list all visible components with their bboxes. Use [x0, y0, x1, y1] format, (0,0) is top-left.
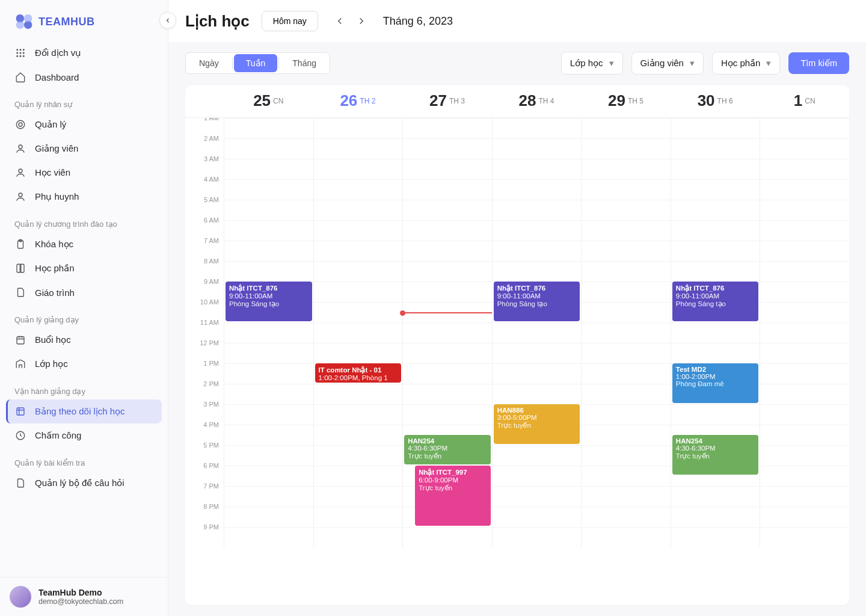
day-column[interactable]: IT comtor Nhật - 011:00-2:00PM, Phòng 1 [313, 118, 403, 547]
time-label: 9 AM [185, 278, 224, 298]
filter-class[interactable]: Lớp học▾ [561, 52, 623, 75]
prev-button[interactable] [330, 11, 349, 31]
event-title: Nhật ITCT_876 [497, 284, 577, 292]
calendar-event[interactable]: Nhật ITCT_8769:00-11:00AMPhòng Sáng tạo [672, 282, 759, 321]
sidebar-item[interactable]: Phụ huynh [6, 185, 162, 209]
event-time: 6:00-9:00PM [419, 476, 487, 484]
toolbar: Ngày Tuần Tháng Lớp học▾ Giảng viên▾ Học… [168, 42, 866, 75]
sidebar-item[interactable]: Đổi dịch vụ [6, 41, 162, 65]
target-icon [14, 119, 26, 131]
chevron-left-icon [164, 17, 171, 24]
topbar: Lịch học Hôm nay Tháng 6, 2023 [168, 0, 866, 42]
sidebar-item[interactable]: Lớp học [6, 352, 162, 376]
class-icon [14, 358, 26, 370]
sidebar-item[interactable]: Giảng viên [6, 137, 162, 161]
event-room: Phòng Sáng tạo [497, 300, 577, 308]
svg-point-10 [19, 123, 22, 126]
time-label: 2 PM [185, 380, 224, 401]
day-header[interactable]: 26TH 2 [313, 85, 403, 117]
day-label: CN [273, 97, 283, 105]
sidebar-item[interactable]: Dashboard [6, 65, 162, 89]
user-icon [14, 167, 26, 179]
filter-teacher[interactable]: Giảng viên▾ [631, 52, 704, 75]
svg-point-13 [19, 193, 22, 197]
day-header[interactable]: 29TH 5 [581, 85, 671, 117]
day-column[interactable]: HAN2544:30-6:30PMTrực tuyếnNhật ITCT_997… [402, 118, 492, 547]
view-month[interactable]: Tháng [279, 53, 330, 73]
sidebar-item-label: Giảng viên [35, 143, 78, 154]
view-day[interactable]: Ngày [186, 53, 232, 73]
calendar-event[interactable]: HAN2544:30-6:30PMTrực tuyến [404, 435, 491, 464]
day-column[interactable]: Nhật ITCT_8769:00-11:00AMPhòng Sáng tạoH… [492, 118, 582, 547]
calendar-event[interactable]: Nhật ITCT_8769:00-11:00AMPhòng Sáng tạo [494, 282, 580, 321]
sidebar-item-label: Buổi học [35, 334, 71, 345]
sidebar-item-label: Quản lý [35, 119, 66, 130]
sidebar-item[interactable]: Giáo trình [6, 280, 162, 304]
time-label: 5 PM [185, 442, 224, 462]
time-label: 2 AM [185, 135, 224, 155]
svg-point-0 [16, 49, 18, 51]
sidebar-item[interactable]: Quản lý bộ đề câu hỏi [6, 471, 162, 495]
day-header[interactable]: 30TH 6 [671, 85, 760, 117]
brand-logo[interactable]: TEAMHUB [0, 0, 168, 38]
sidebar-collapse-button[interactable] [159, 12, 176, 29]
calendar-event[interactable]: Nhật ITCT_8769:00-11:00AMPhòng Sáng tạo [226, 282, 312, 321]
view-week[interactable]: Tuần [234, 54, 278, 72]
sidebar-item[interactable]: Học phần [6, 256, 162, 280]
time-label: 11 AM [185, 319, 224, 339]
page-title: Lịch học [185, 12, 250, 31]
filter-course[interactable]: Học phần▾ [712, 52, 781, 75]
day-column[interactable]: Nhật ITCT_8769:00-11:00AMPhòng Sáng tạo [224, 118, 313, 547]
svg-point-8 [23, 55, 25, 57]
sidebar-item-label: Bảng theo dõi lịch học [35, 406, 125, 417]
sidebar-item-label: Học viên [35, 167, 70, 178]
calendar-event[interactable]: Test MD21:00-2:00PMPhòng Đam mê [672, 363, 759, 403]
sidebar-item[interactable]: Quản lý [6, 112, 162, 137]
event-room: Phòng Đam mê [676, 380, 755, 387]
calendar-event[interactable]: HAN8863:00-5:00PMTrực tuyến [494, 404, 580, 444]
sidebar-item[interactable]: Khóa học [6, 232, 162, 256]
svg-rect-17 [17, 408, 24, 415]
day-column[interactable] [760, 118, 849, 547]
sidebar-item[interactable]: Học viên [6, 161, 162, 185]
time-label: 7 PM [185, 482, 224, 503]
day-header[interactable]: 25CN [224, 85, 313, 117]
calendar-body[interactable]: 1 AM2 AM3 AM4 AM5 AM6 AM7 AM8 AM9 AM10 A… [185, 118, 849, 605]
svg-point-5 [23, 52, 25, 54]
sidebar-item[interactable]: Buổi học [6, 328, 162, 352]
sidebar-section-title: Vận hành giảng dạy [6, 376, 162, 399]
event-title: IT comtor Nhật - 01 [319, 366, 398, 374]
day-header[interactable]: 28TH 4 [492, 85, 582, 117]
day-number: 25 [253, 91, 271, 109]
sidebar-item[interactable]: Bảng theo dõi lịch học [6, 399, 162, 424]
day-label: TH 3 [449, 97, 465, 105]
time-column: 1 AM2 AM3 AM4 AM5 AM6 AM7 AM8 AM9 AM10 A… [185, 118, 224, 547]
event-room: Trực tuyến [408, 452, 487, 460]
next-button[interactable] [352, 11, 371, 31]
today-button[interactable]: Hôm nay [262, 11, 318, 31]
sidebar-section-title: Quản lý bài kiểm tra [6, 448, 162, 471]
day-label: TH 5 [628, 97, 643, 105]
view-switch: Ngày Tuần Tháng [185, 52, 330, 74]
time-label: 5 AM [185, 196, 224, 217]
time-label: 3 PM [185, 401, 224, 421]
day-header[interactable]: 27TH 3 [402, 85, 492, 117]
chevron-down-icon: ▾ [690, 58, 695, 69]
calendar-event[interactable]: Nhật ITCT_9976:00-9:00PMTrực tuyến [415, 466, 491, 526]
day-number: 26 [340, 91, 357, 109]
calendar-event[interactable]: HAN2544:30-6:30PMTrực tuyến [672, 435, 759, 475]
event-title: Nhật ITCT_876 [676, 284, 755, 292]
calendar-header: 25CN26TH 227TH 328TH 429TH 530TH 61CN [185, 85, 849, 118]
now-indicator [403, 312, 492, 313]
sidebar-item[interactable]: Chấm công [6, 424, 162, 448]
search-button[interactable]: Tìm kiếm [788, 52, 849, 74]
calendar-event[interactable]: IT comtor Nhật - 011:00-2:00PM, Phòng 1 [315, 363, 402, 383]
sidebar-footer[interactable]: TeamHub Demo demo@tokyotechlab.com [0, 577, 168, 616]
sidebar-item-label: Lớp học [35, 359, 68, 369]
day-number: 1 [794, 91, 802, 109]
day-column[interactable] [581, 118, 671, 547]
day-header[interactable]: 1CN [760, 85, 849, 117]
day-column[interactable]: Nhật ITCT_8769:00-11:00AMPhòng Sáng tạoT… [671, 118, 760, 547]
event-title: HAN886 [497, 407, 577, 414]
event-title: Nhật ITCT_997 [419, 468, 487, 476]
